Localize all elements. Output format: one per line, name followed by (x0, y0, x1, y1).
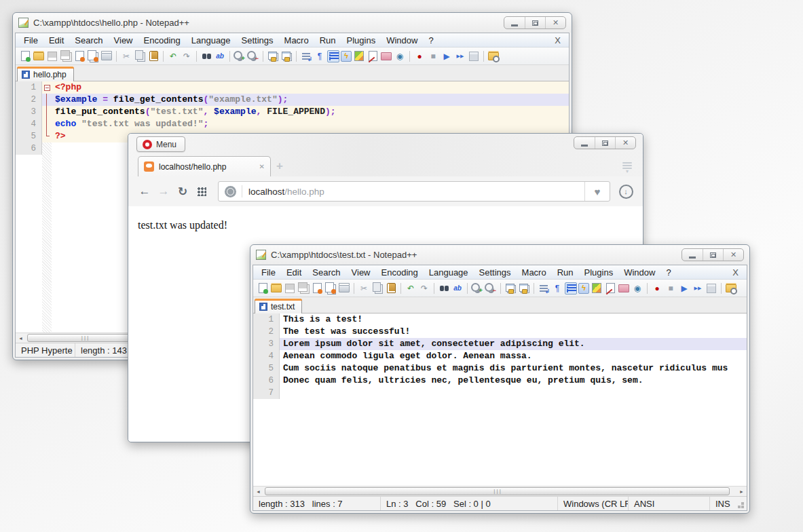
code-text[interactable]: <?php (52, 81, 569, 94)
undo-button[interactable]: ↶ (167, 50, 179, 62)
menu-item-settings[interactable]: Settings (236, 35, 279, 45)
replace-button[interactable]: ab (214, 50, 226, 62)
copy-button[interactable] (371, 282, 384, 294)
restore-button[interactable] (595, 137, 615, 149)
fold-collapse-icon[interactable] (44, 85, 50, 91)
find-button[interactable] (200, 50, 212, 62)
menu-item-search[interactable]: Search (69, 35, 108, 45)
word-wrap-button[interactable] (538, 282, 550, 294)
speed-dial-button[interactable] (192, 181, 211, 202)
scroll-thumb[interactable] (27, 334, 143, 342)
menu-item-macro[interactable]: Macro (279, 35, 314, 45)
sync-vertical-scrolling-button[interactable] (504, 282, 517, 294)
close-all-documents-button[interactable] (87, 50, 99, 62)
macro-save-button[interactable] (705, 282, 717, 294)
menu-item-encoding[interactable]: Encoding (376, 267, 424, 278)
macro-stop-button[interactable]: ■ (427, 50, 439, 62)
macro-save-button[interactable] (468, 50, 480, 62)
paste-button[interactable] (385, 282, 397, 294)
print-button[interactable] (338, 282, 350, 294)
menu-item-window[interactable]: Window (618, 267, 660, 278)
close-document-button[interactable] (73, 50, 86, 62)
line-text[interactable]: This is a test! (280, 314, 747, 326)
opera-menu-button[interactable]: Menu (136, 136, 185, 152)
show-indent-guide-button[interactable] (327, 50, 339, 62)
opera-titlebar[interactable]: Menu ✕ (128, 134, 643, 154)
sync-vertical-scrolling-button[interactable] (267, 50, 279, 62)
document-switcher-button[interactable] (604, 282, 616, 294)
menu-item-window[interactable]: Window (381, 35, 423, 45)
close-button[interactable]: ✕ (615, 137, 635, 149)
menu-item-file[interactable]: File (18, 35, 43, 45)
word-wrap-button[interactable] (300, 50, 312, 62)
titlebar[interactable]: C:\xampp\htdocs\test.txt - Notepad++ ✕ (250, 245, 749, 265)
replace-button[interactable]: ab (451, 282, 464, 294)
redo-button[interactable]: ↷ (418, 282, 430, 294)
open-folder-button[interactable] (33, 50, 45, 62)
print-button[interactable] (100, 50, 113, 62)
minimize-button[interactable] (682, 249, 703, 261)
new-file-button[interactable] (19, 50, 31, 62)
open-folder-button[interactable] (270, 282, 282, 294)
new-tab-button[interactable]: + (276, 159, 283, 173)
folder-as-workspace-button[interactable] (618, 282, 630, 294)
scroll-right-arrow[interactable]: ► (736, 489, 747, 494)
code-text[interactable]: file_put_contents("test.txt", $example, … (52, 106, 569, 118)
line-text[interactable] (280, 387, 747, 399)
copy-button[interactable] (134, 50, 146, 62)
close-button[interactable]: ✕ (545, 17, 565, 28)
resize-grip[interactable] (741, 502, 744, 505)
menu-item-help[interactable]: ? (423, 35, 438, 45)
restore-button[interactable] (703, 249, 723, 261)
macro-run-multiple-button[interactable]: ▶▶ (692, 282, 704, 294)
close-button[interactable]: ✕ (723, 249, 743, 261)
menu-item-edit[interactable]: Edit (281, 267, 307, 278)
line-text[interactable]: The test was successful! (280, 326, 747, 338)
bookmark-heart-button[interactable]: ♥ (584, 182, 610, 201)
horizontal-scrollbar[interactable]: ◄ ► (253, 486, 747, 496)
save-button[interactable] (46, 50, 58, 62)
monitoring-button[interactable]: ◉ (394, 50, 406, 62)
minimize-button[interactable] (504, 17, 525, 28)
plugin-folder-button[interactable] (725, 282, 737, 294)
macro-play-button[interactable]: ▶ (441, 50, 453, 62)
save-all-button[interactable] (297, 282, 310, 294)
scroll-left-arrow[interactable]: ◄ (16, 336, 26, 341)
tab-close-icon[interactable]: ✕ (259, 163, 265, 170)
sync-horizontal-scrolling-button[interactable] (280, 50, 293, 62)
macro-play-button[interactable]: ▶ (678, 282, 690, 294)
macro-run-multiple-button[interactable]: ▶▶ (454, 50, 466, 62)
cut-button[interactable]: ✂ (120, 50, 132, 62)
cut-button[interactable]: ✂ (358, 282, 370, 294)
forward-button[interactable]: → (154, 181, 173, 202)
menu-item-run[interactable]: Run (314, 35, 341, 45)
undo-button[interactable]: ↶ (405, 282, 417, 294)
folder-as-workspace-button[interactable] (380, 50, 392, 62)
show-all-characters-button[interactable]: ¶ (551, 282, 563, 294)
menu-item-settings[interactable]: Settings (474, 267, 517, 278)
new-file-button[interactable] (257, 282, 269, 294)
reload-button[interactable]: ↻ (173, 181, 192, 202)
titlebar[interactable]: C:\xampp\htdocs\hello.php - Notepad++ ✕ (13, 13, 572, 33)
minimize-button[interactable] (574, 137, 595, 149)
redo-button[interactable]: ↷ (181, 50, 193, 62)
plugin-folder-button[interactable] (487, 50, 500, 62)
show-indent-guide-button[interactable] (565, 282, 577, 294)
find-button[interactable] (438, 282, 450, 294)
url-text[interactable]: localhost/hello.php (242, 187, 324, 197)
zoom-in-button[interactable] (471, 282, 483, 294)
menu-item-macro[interactable]: Macro (517, 267, 552, 278)
menu-item-file[interactable]: File (256, 267, 281, 278)
tab-test-txt[interactable]: test.txt (255, 299, 302, 314)
zoom-out-button[interactable] (247, 50, 259, 62)
macro-record-button[interactable]: ● (651, 282, 663, 294)
menu-item-view[interactable]: View (346, 267, 376, 278)
menu-item-search[interactable]: Search (307, 267, 346, 278)
scroll-left-arrow[interactable]: ◄ (253, 489, 263, 494)
menu-item-language[interactable]: Language (424, 267, 474, 278)
show-all-characters-button[interactable]: ¶ (314, 50, 326, 62)
menu-item-plugins[interactable]: Plugins (579, 267, 619, 278)
tab-hello-php[interactable]: hello.php (17, 66, 74, 81)
code-text[interactable]: $example = file_get_contents("example.tx… (52, 94, 569, 106)
code-text[interactable]: echo "test.txt was updated!"; (52, 118, 569, 130)
